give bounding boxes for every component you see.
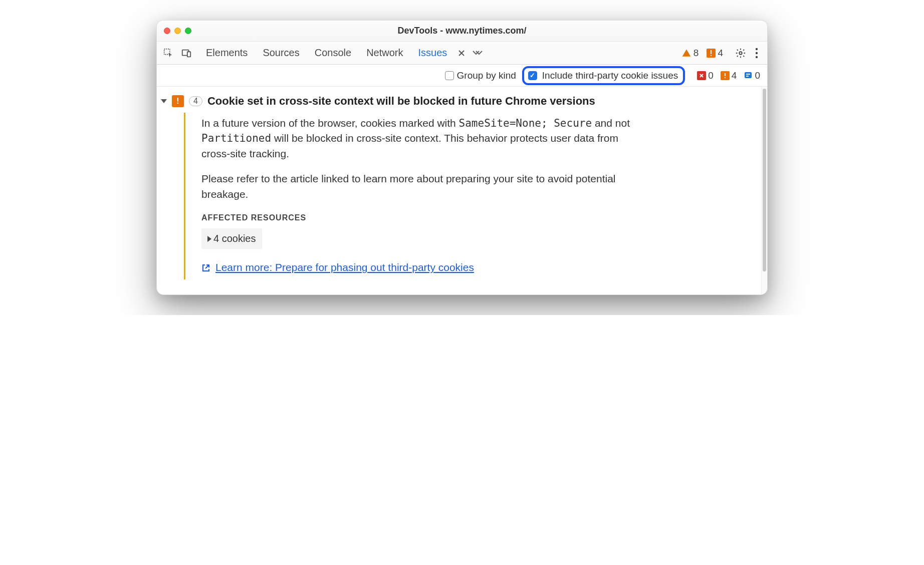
- issue-body: In a future version of the browser, cook…: [184, 113, 645, 279]
- breaking-change-icon: [721, 71, 730, 80]
- svg-rect-13: [746, 74, 750, 75]
- issue-paragraph-1: In a future version of the browser, cook…: [201, 116, 643, 161]
- label-include-third-party: Include third-party cookie issues: [542, 70, 678, 81]
- improvements-count: 0: [755, 70, 760, 81]
- svg-rect-4: [711, 50, 712, 54]
- content: ! 4 Cookie set in cross-site context wil…: [157, 87, 767, 295]
- svg-point-6: [739, 52, 742, 55]
- svg-point-9: [756, 56, 758, 58]
- issue-severity-icon: !: [172, 95, 184, 107]
- close-window-icon[interactable]: [164, 28, 170, 34]
- affected-cookies-toggle[interactable]: 4 cookies: [201, 228, 262, 249]
- window: DevTools - www.nytimes.com/ Elements Sou…: [156, 20, 768, 295]
- warnings-badge[interactable]: 8: [681, 48, 699, 59]
- warning-icon: [681, 48, 691, 58]
- learn-more-text: Learn more: Prepare for phasing out thir…: [215, 260, 474, 275]
- highlight-third-party: Include third-party cookie issues: [522, 66, 685, 85]
- tab-sources[interactable]: Sources: [257, 45, 305, 61]
- checkbox-group-by-kind[interactable]: [445, 71, 454, 80]
- close-tab-icon[interactable]: [456, 50, 467, 57]
- svg-rect-12: [745, 72, 752, 78]
- breaking-changes-count: 4: [732, 70, 737, 81]
- label-group-by-kind: Group by kind: [457, 70, 516, 81]
- device-toolbar-icon[interactable]: [181, 48, 192, 59]
- issue-header[interactable]: ! 4 Cookie set in cross-site context wil…: [161, 94, 752, 113]
- affected-cookies-text: 4 cookies: [213, 231, 256, 246]
- warnings-count: 8: [694, 48, 699, 59]
- code-samesite: SameSite=None; Secure: [459, 117, 592, 129]
- issue-paragraph-2: Please refer to the article linked to le…: [201, 171, 643, 202]
- inspect-icon[interactable]: [163, 48, 174, 59]
- tab-issues[interactable]: Issues: [412, 45, 453, 61]
- tab-network[interactable]: Network: [360, 45, 409, 61]
- learn-more-link[interactable]: Learn more: Prepare for phasing out thir…: [201, 260, 474, 275]
- titlebar: DevTools - www.nytimes.com/: [157, 21, 767, 42]
- traffic-lights: [164, 28, 191, 34]
- svg-point-7: [756, 48, 758, 50]
- affected-resources-label: AFFECTED RESOURCES: [201, 212, 643, 223]
- caret-down-icon[interactable]: [161, 99, 167, 103]
- caret-right-icon: [207, 236, 211, 242]
- checkbox-include-third-party[interactable]: [528, 71, 537, 80]
- tab-console[interactable]: Console: [309, 45, 357, 61]
- window-title: DevTools - www.nytimes.com/: [157, 26, 767, 36]
- svg-rect-5: [711, 55, 712, 56]
- more-tabs-icon[interactable]: [470, 50, 485, 57]
- issue-count-pill: 4: [189, 96, 202, 106]
- page-error-icon: [697, 71, 706, 80]
- settings-icon[interactable]: [735, 48, 746, 59]
- scrollbar[interactable]: [761, 87, 767, 295]
- minimize-window-icon[interactable]: [174, 28, 181, 34]
- tab-elements[interactable]: Elements: [200, 45, 254, 61]
- zoom-window-icon[interactable]: [185, 28, 191, 34]
- external-link-icon: [201, 263, 210, 272]
- page-errors-count: 0: [708, 70, 714, 81]
- svg-rect-10: [725, 73, 726, 76]
- svg-point-8: [756, 52, 758, 54]
- svg-rect-11: [725, 77, 726, 78]
- improvements-stat[interactable]: 0: [744, 70, 760, 81]
- issue-kind-stats: 0 4 0: [697, 70, 760, 81]
- svg-rect-14: [746, 76, 749, 77]
- svg-rect-2: [187, 52, 190, 57]
- issue-title: Cookie set in cross-site context will be…: [207, 95, 595, 108]
- errors-badge[interactable]: 4: [707, 48, 723, 59]
- more-icon[interactable]: [752, 48, 761, 59]
- page-errors-stat[interactable]: 0: [697, 70, 714, 81]
- code-partitioned: Partitioned: [201, 132, 271, 144]
- scrollbar-thumb[interactable]: [763, 89, 766, 271]
- filterbar: Group by kind Include third-party cookie…: [157, 65, 767, 87]
- improvement-icon: [744, 71, 753, 80]
- error-icon: [707, 49, 716, 58]
- breaking-changes-stat[interactable]: 4: [721, 70, 737, 81]
- errors-count: 4: [718, 48, 723, 59]
- tabbar: Elements Sources Console Network Issues …: [157, 42, 767, 65]
